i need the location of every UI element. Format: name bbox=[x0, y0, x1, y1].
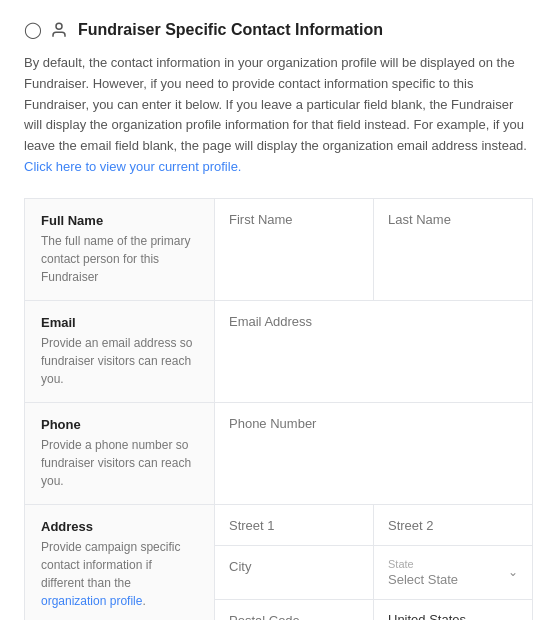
full-name-label-cell: Full Name The full name of the primary c… bbox=[25, 199, 215, 300]
postal-country-input-row: United States ⌄ bbox=[215, 600, 532, 620]
person-icon: ◯ bbox=[24, 20, 42, 39]
phone-row: Phone Provide a phone number so fundrais… bbox=[25, 403, 532, 505]
address-input-cell: State Select State ⌄ bbox=[215, 505, 532, 620]
phone-wrapper bbox=[215, 403, 532, 504]
email-label: Email bbox=[41, 315, 198, 330]
last-name-input[interactable] bbox=[388, 212, 518, 227]
country-select[interactable]: United States bbox=[388, 612, 518, 620]
address-label: Address bbox=[41, 519, 198, 534]
city-input[interactable] bbox=[229, 559, 359, 574]
svg-point-0 bbox=[56, 23, 62, 29]
profile-link[interactable]: Click here to view your current profile. bbox=[24, 159, 241, 174]
phone-desc: Provide a phone number so fundraiser vis… bbox=[41, 436, 198, 490]
country-wrapper: United States ⌄ bbox=[374, 600, 532, 620]
email-input-cell bbox=[215, 301, 532, 402]
phone-label-cell: Phone Provide a phone number so fundrais… bbox=[25, 403, 215, 504]
phone-input-row bbox=[215, 403, 532, 504]
page-title: Fundraiser Specific Contact Information bbox=[78, 21, 383, 39]
street2-wrapper bbox=[374, 505, 532, 545]
address-label-cell: Address Provide campaign specific contac… bbox=[25, 505, 215, 620]
address-desc: Provide campaign specific contact inform… bbox=[41, 538, 198, 610]
phone-input[interactable] bbox=[229, 416, 518, 431]
person-icon-svg bbox=[50, 21, 68, 39]
street1-wrapper bbox=[215, 505, 374, 545]
last-name-wrapper bbox=[374, 199, 532, 300]
full-name-input-cell bbox=[215, 199, 532, 300]
address-row: Address Provide campaign specific contac… bbox=[25, 505, 532, 620]
email-input[interactable] bbox=[229, 314, 518, 329]
form-table: Full Name The full name of the primary c… bbox=[24, 198, 533, 620]
description-text: By default, the contact information in y… bbox=[24, 53, 533, 178]
state-label: State bbox=[388, 558, 518, 570]
phone-label: Phone bbox=[41, 417, 198, 432]
full-name-desc: The full name of the primary contact per… bbox=[41, 232, 198, 286]
state-select-wrapper: State Select State ⌄ bbox=[388, 558, 518, 587]
email-label-cell: Email Provide an email address so fundra… bbox=[25, 301, 215, 402]
section-header: ◯ Fundraiser Specific Contact Informatio… bbox=[24, 20, 533, 39]
full-name-row: Full Name The full name of the primary c… bbox=[25, 199, 532, 301]
street1-input[interactable] bbox=[229, 518, 359, 533]
street2-input[interactable] bbox=[388, 518, 518, 533]
city-wrapper bbox=[215, 546, 374, 599]
phone-input-cell bbox=[215, 403, 532, 504]
state-select[interactable]: Select State bbox=[388, 572, 518, 587]
full-name-label: Full Name bbox=[41, 213, 198, 228]
full-name-input-row bbox=[215, 199, 532, 300]
country-select-wrapper: United States ⌄ bbox=[388, 612, 518, 620]
email-row: Email Provide an email address so fundra… bbox=[25, 301, 532, 403]
state-wrapper: State Select State ⌄ bbox=[374, 546, 532, 599]
email-input-row bbox=[215, 301, 532, 402]
city-state-input-row: State Select State ⌄ bbox=[215, 546, 532, 600]
postal-input[interactable] bbox=[229, 613, 359, 620]
org-profile-link[interactable]: organization profile bbox=[41, 594, 142, 608]
email-desc: Provide an email address so fundraiser v… bbox=[41, 334, 198, 388]
email-wrapper bbox=[215, 301, 532, 402]
first-name-input[interactable] bbox=[229, 212, 359, 227]
street-input-row bbox=[215, 505, 532, 546]
page-container: ◯ Fundraiser Specific Contact Informatio… bbox=[0, 0, 557, 620]
first-name-wrapper bbox=[215, 199, 374, 300]
postal-wrapper bbox=[215, 600, 374, 620]
